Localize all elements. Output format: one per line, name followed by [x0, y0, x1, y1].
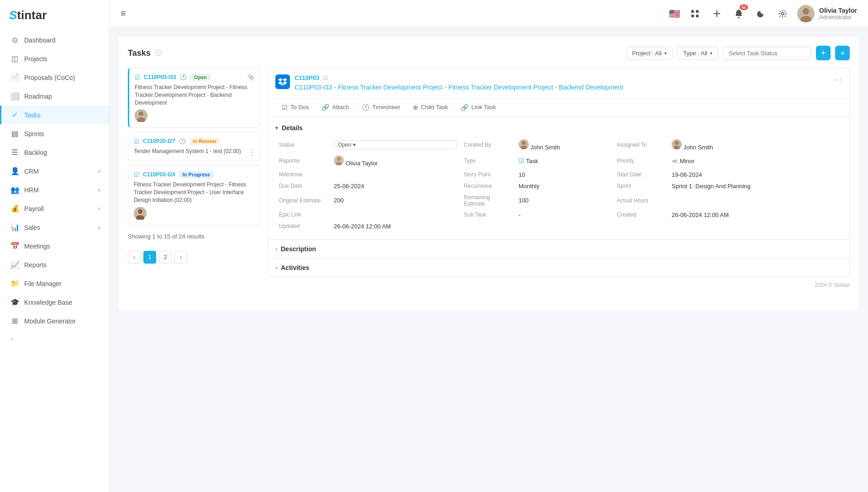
sidebar-item-modulegenerator[interactable]: ⊞ Module Generator	[0, 312, 109, 330]
svg-rect-2	[691, 15, 694, 17]
status-dropdown[interactable]: Open ▾	[334, 140, 457, 149]
tab-linktask[interactable]: 🔗 Link Task	[454, 99, 502, 116]
svg-point-7	[781, 12, 784, 15]
sub-task-value: -	[515, 209, 613, 221]
activities-section[interactable]: › Activities	[268, 258, 849, 277]
status-badge: In Review	[189, 138, 220, 145]
svg-point-15	[138, 209, 142, 214]
sidebar-item-label: Sprints	[24, 130, 44, 138]
page-1-button[interactable]: 1	[143, 251, 156, 264]
grid-icon[interactable]	[688, 6, 702, 21]
more-options-icon[interactable]: ⋮	[248, 147, 256, 157]
sidebar-item-roadmap[interactable]: ⬜ Roadmap	[0, 87, 109, 106]
checkbox-icon: ☑	[282, 104, 288, 111]
task-list: ☑ C110P03-I33 🕐 Open 📎 Fitness Tracker D…	[128, 68, 260, 277]
tasks-icon: ✓	[11, 111, 19, 119]
tab-label: To Dos	[290, 104, 309, 111]
language-flag[interactable]: 🇺🇸	[669, 8, 680, 19]
svg-point-12	[139, 111, 143, 116]
task-card[interactable]: ☑ C110P35-I27 🕐 In Review Tender Managem…	[128, 132, 260, 161]
reporter-label: Reporter	[275, 153, 330, 169]
sidebar-item-label: Payroll	[24, 205, 44, 212]
sidebar-item-label: Backlog	[24, 149, 47, 156]
sidebar-item-hrm[interactable]: 👥 HRM ›	[0, 180, 109, 199]
details-table: Status Open ▾ Created By	[275, 137, 842, 232]
sidebar-item-knowledgebase[interactable]: 🎓 Knowledge Base	[0, 293, 109, 312]
prev-page-button[interactable]: ‹	[128, 251, 141, 264]
sidebar-item-label: -	[11, 335, 13, 343]
clock-icon: 🕐	[179, 138, 186, 144]
type-filter-button[interactable]: Type : All ▾	[677, 47, 718, 60]
tab-label: Child Task	[421, 104, 448, 111]
status-filter-input[interactable]	[723, 47, 811, 60]
tab-timesheet[interactable]: 🕐 Timesheet	[355, 99, 406, 116]
tab-todos[interactable]: ☑ To Dos	[275, 99, 315, 116]
task-card[interactable]: ☑ C110P03-I24 In Progress Fitness Tracke…	[128, 165, 260, 225]
sidebar-item-dashboard[interactable]: ⊙ Dashboard	[0, 31, 109, 49]
activities-label: Activities	[281, 264, 309, 271]
child-task-icon: ⊕	[413, 104, 418, 111]
list-view-button[interactable]: ≡	[835, 46, 850, 60]
tab-attach[interactable]: 🔗 Attach	[315, 99, 355, 116]
sidebar-item-label: Meetings	[24, 243, 50, 250]
sidebar-item-projects[interactable]: ◫ Projects	[0, 49, 109, 68]
sidebar-item-payroll[interactable]: 💰 Payroll ›	[0, 199, 109, 218]
pagination-info: Showing 1 to 15 of 24 results ‹ 1 2 ›	[128, 233, 260, 264]
status-label: Status	[275, 137, 330, 153]
task-icon: ☑	[323, 75, 328, 81]
detail-header: C110P03 ☑ C110P03-I33 - Fitness Tracker …	[268, 68, 849, 99]
created-label: Created	[613, 209, 668, 221]
chevron-left-icon: ‹	[133, 254, 135, 260]
sidebar-item-backlog[interactable]: ☰ Backlog	[0, 143, 109, 162]
plus-icon[interactable]	[710, 6, 724, 21]
assigned-to-value: John Smith	[668, 137, 842, 153]
pagination: ‹ 1 2 ›	[128, 243, 260, 264]
description-section[interactable]: › Description	[268, 239, 849, 258]
task-description: Fitness Tracker Development Project - Fi…	[135, 84, 254, 106]
sidebar-item-sales[interactable]: 📊 Sales ›	[0, 218, 109, 237]
notification-icon[interactable]: 52	[731, 6, 746, 21]
task-card[interactable]: ☑ C110P03-I33 🕐 Open 📎 Fitness Tracker D…	[128, 68, 260, 128]
chevron-right-icon: ›	[275, 265, 277, 271]
status-badge: In Progress	[179, 171, 214, 178]
more-options-icon[interactable]: ⋯	[834, 74, 842, 85]
project-filter-button[interactable]: Project : All ▾	[626, 47, 673, 60]
sidebar-item-tasks[interactable]: ✓ Tasks	[0, 106, 109, 124]
sidebar-item-sprints[interactable]: ▤ Sprints	[0, 124, 109, 143]
sidebar-item-meetings[interactable]: 📅 Meetings	[0, 237, 109, 255]
section-title: Details	[282, 124, 303, 132]
sidebar-item-filemanager[interactable]: 📁 File Manager	[0, 274, 109, 293]
sidebar-item-proposals[interactable]: 📄 Proposals (CoCo)	[0, 68, 109, 87]
detail-header-text: C110P03 ☑ C110P03-I33 - Fitness Tracker …	[295, 74, 623, 92]
created-value: 26-06-2024 12:00 AM	[668, 209, 842, 221]
milestone-value	[330, 169, 460, 180]
settings-icon[interactable]	[775, 6, 790, 21]
svg-point-21	[675, 141, 679, 145]
next-page-button[interactable]: ›	[174, 251, 187, 264]
detail-row: Milestone Story Point 10 Start Date 19-0…	[275, 169, 842, 180]
chevron-down-icon: ▾	[275, 125, 278, 131]
filemanager-icon: 📁	[11, 279, 19, 288]
tab-childtask[interactable]: ⊕ Child Task	[406, 99, 455, 116]
task-checkbox-icon: ☑	[135, 74, 140, 81]
page-2-button[interactable]: 2	[159, 251, 172, 264]
type-label: Type	[460, 153, 515, 169]
chevron-right-icon: ›	[98, 206, 100, 212]
accordion-header: › Activities	[275, 264, 842, 271]
user-profile[interactable]: Olivia Taylor Administrator	[797, 5, 857, 22]
priority-icon: ≪	[672, 158, 678, 164]
sidebar-item-label: CRM	[24, 168, 39, 175]
task-description: Tender Management System 1 - test (02:00…	[134, 148, 254, 155]
add-task-button[interactable]: +	[816, 46, 831, 60]
sidebar-item-reports[interactable]: 📈 Reports	[0, 255, 109, 274]
dark-mode-icon[interactable]	[753, 6, 768, 21]
menu-toggle-icon[interactable]: ≡	[121, 8, 126, 19]
sales-icon: 📊	[11, 223, 19, 232]
actual-hours-value	[668, 192, 842, 209]
tasks-body: ☑ C110P03-I33 🕐 Open 📎 Fitness Tracker D…	[128, 68, 850, 277]
sidebar-item-crm[interactable]: 👤 CRM ›	[0, 162, 109, 180]
chevron-right-icon: ›	[98, 168, 100, 175]
avatar	[134, 207, 147, 220]
sprint-label: Sprint	[613, 180, 668, 192]
section-header[interactable]: ▾ Details	[275, 124, 842, 132]
